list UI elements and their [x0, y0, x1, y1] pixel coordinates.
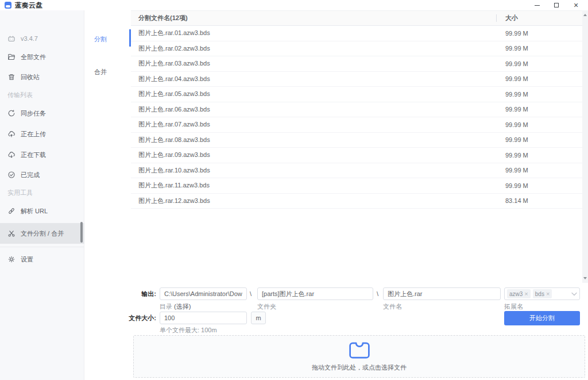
- tag-label: bds: [535, 291, 544, 297]
- sidebar-item-settings[interactable]: 设置: [7, 254, 33, 265]
- file-name-cell: 图片上色.rar.09.azw3.bds: [131, 151, 496, 159]
- folder-hint: 文件夹: [257, 302, 276, 311]
- table-row[interactable]: 图片上色.rar.09.azw3.bds99.99 M: [131, 148, 582, 163]
- tag-label: azw3: [509, 291, 523, 297]
- table-row[interactable]: 图片上色.rar.02.azw3.bds99.99 M: [131, 41, 582, 57]
- check-circle-icon: [7, 171, 16, 179]
- table-row[interactable]: 图片上色.rar.05.azw3.bds99.99 M: [131, 87, 582, 102]
- sync-icon: [7, 109, 16, 117]
- table-row[interactable]: 图片上色.rar.08.azw3.bds99.99 M: [131, 133, 582, 148]
- max-size-hint: 单个文件最大: 100m: [160, 326, 217, 335]
- file-size-cell: 99.99 M: [496, 182, 582, 189]
- sidebar-item-label: 设置: [21, 255, 33, 264]
- extension-tag: azw3×: [507, 289, 531, 298]
- sidebar-item-uploading[interactable]: 正在上传: [7, 128, 46, 140]
- table-scrollbar[interactable]: [582, 10, 588, 283]
- column-header-filename: 分割文件名(12项): [131, 11, 496, 25]
- sidebar-item-all-files[interactable]: 全部文件: [7, 51, 46, 63]
- sidebar-scrollbar-thumb[interactable]: [80, 222, 83, 243]
- sidebar-item-downloading[interactable]: 正在下载: [7, 149, 46, 160]
- table-row[interactable]: 图片上色.rar.10.azw3.bds99.99 M: [131, 163, 582, 179]
- output-label: 输出:: [126, 287, 156, 300]
- output-directory-input[interactable]: [160, 287, 247, 300]
- table-row[interactable]: 图片上色.rar.07.azw3.bds99.99 M: [131, 117, 582, 133]
- file-size-cell: 83.14 M: [496, 197, 582, 204]
- tab-merge[interactable]: 合并: [84, 66, 131, 78]
- window-controls: ×: [527, 0, 586, 10]
- sidebar-item-parse-url[interactable]: 解析 URL: [7, 205, 48, 217]
- minimize-button[interactable]: [527, 0, 547, 10]
- file-name-cell: 图片上色.rar.10.azw3.bds: [131, 166, 496, 175]
- sidebar-item-label: 文件分割 / 合并: [21, 229, 64, 238]
- file-size-cell: 99.99 M: [496, 136, 582, 143]
- sidebar-item-label: 解析 URL: [21, 207, 48, 216]
- extension-tag: bds×: [533, 289, 552, 298]
- output-filename-input[interactable]: [383, 287, 501, 300]
- start-split-button[interactable]: 开始分割: [504, 311, 580, 325]
- table-row[interactable]: 图片上色.rar.03.azw3.bds99.99 M: [131, 56, 582, 72]
- directory-hint-text: 目录: [160, 303, 174, 310]
- tag-remove-icon[interactable]: ×: [546, 290, 550, 297]
- mode-tab-column: 分割 合并: [84, 10, 131, 380]
- extension-select[interactable]: azw3×bds×: [504, 287, 580, 300]
- table-row[interactable]: 图片上色.rar.01.azw3.bds99.99 M: [131, 26, 582, 41]
- file-name-cell: 图片上色.rar.06.azw3.bds: [131, 105, 496, 114]
- minimize-icon: [535, 5, 540, 6]
- file-size-cell: 99.99 M: [496, 121, 582, 128]
- cloud-upload-icon: [7, 130, 16, 138]
- sidebar-item-label: 正在下载: [21, 151, 46, 159]
- tag-remove-icon[interactable]: ×: [524, 290, 528, 297]
- file-size-label: 文件大小:: [126, 312, 156, 324]
- choose-directory-link[interactable]: (选择): [174, 303, 191, 310]
- filename-hint: 文件名: [383, 302, 402, 311]
- file-name-cell: 图片上色.rar.02.azw3.bds: [131, 44, 496, 53]
- table-row[interactable]: 图片上色.rar.11.azw3.bds99.99 M: [131, 178, 582, 194]
- sidebar-item-label: 全部文件: [21, 53, 46, 62]
- inbox-icon: [348, 341, 371, 360]
- table-row[interactable]: 图片上色.rar.06.azw3.bds99.99 M: [131, 102, 582, 118]
- file-size-cell: 99.99 M: [496, 152, 582, 159]
- sidebar-section-transfer-list: 传输列表: [7, 91, 33, 100]
- directory-hint: 目录 (选择): [160, 302, 191, 311]
- scroll-down-icon[interactable]: [583, 277, 587, 279]
- title-bar: 蓝奏云盘 ×: [0, 0, 588, 10]
- extension-hint: 拓展名: [504, 302, 523, 311]
- gear-icon: [7, 255, 16, 263]
- close-button[interactable]: ×: [566, 0, 586, 10]
- file-name-cell: 图片上色.rar.08.azw3.bds: [131, 136, 496, 144]
- link-icon: [7, 207, 16, 215]
- maximize-button[interactable]: [547, 0, 566, 10]
- scroll-up-icon[interactable]: [583, 14, 587, 16]
- tab-split[interactable]: 分割: [84, 33, 131, 45]
- path-separator: \: [250, 287, 252, 300]
- table-row[interactable]: 图片上色.rar.04.azw3.bds99.99 M: [131, 72, 582, 87]
- path-separator: \: [377, 287, 378, 300]
- file-dropzone[interactable]: 拖动文件到此处，或点击选择文件: [133, 335, 585, 378]
- file-name-cell: 图片上色.rar.01.azw3.bds: [131, 29, 496, 37]
- scissors-icon: [7, 229, 16, 237]
- file-size-input[interactable]: [160, 312, 247, 324]
- file-size-cell: 99.99 M: [496, 60, 582, 67]
- file-size-cell: 99.99 M: [496, 30, 582, 37]
- sidebar-item-completed[interactable]: 已完成: [7, 169, 40, 181]
- sidebar-item-label: 正在上传: [21, 130, 46, 139]
- file-name-cell: 图片上色.rar.05.azw3.bds: [131, 90, 496, 98]
- chevron-down-icon: [571, 292, 577, 296]
- file-name-cell: 图片上色.rar.12.azw3.bds: [131, 197, 496, 205]
- sidebar-item-version[interactable]: v3.4.7: [7, 33, 38, 44]
- main-panel: 分割文件名(12项) 大小 图片上色.rar.01.azw3.bds99.99 …: [131, 10, 588, 380]
- sidebar-item-recycle-bin[interactable]: 回收站: [7, 71, 40, 83]
- sidebar-item-file-split-merge[interactable]: 文件分割 / 合并: [0, 223, 84, 244]
- sidebar-section-utilities: 实用工具: [7, 189, 33, 198]
- table-header: 分割文件名(12项) 大小: [131, 10, 582, 26]
- table-row[interactable]: 图片上色.rar.12.azw3.bds83.14 M: [131, 194, 582, 209]
- app-title: 蓝奏云盘: [15, 1, 42, 9]
- sidebar-item-sync-tasks[interactable]: 同步任务: [7, 108, 46, 119]
- file-size-cell: 99.99 M: [496, 167, 582, 174]
- output-folder-input[interactable]: [257, 287, 373, 300]
- table-body: 图片上色.rar.01.azw3.bds99.99 M图片上色.rar.02.a…: [131, 26, 582, 209]
- sidebar-divider: [0, 247, 84, 247]
- sidebar-item-label: 已完成: [21, 171, 40, 179]
- sidebar-item-label: 同步任务: [21, 109, 46, 118]
- file-size-cell: 99.99 M: [496, 75, 582, 82]
